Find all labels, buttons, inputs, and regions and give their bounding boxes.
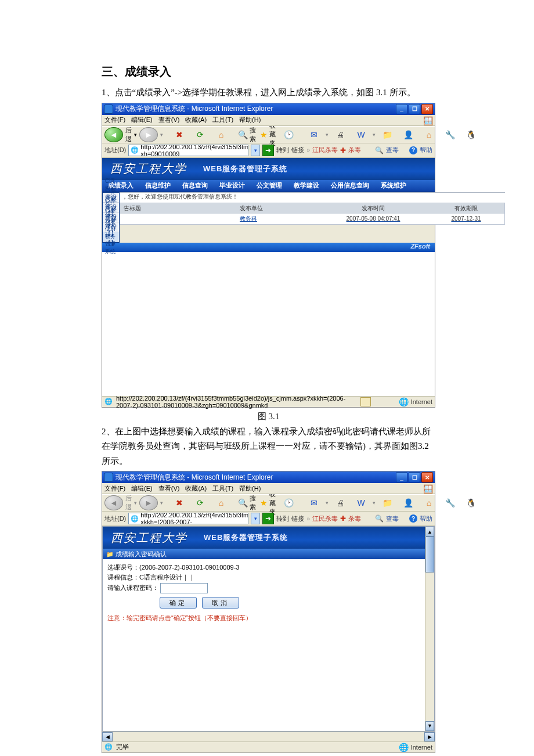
scroll-up-button[interactable]: ▲ [425, 527, 434, 537]
page-icon: 🌐 [104, 398, 113, 405]
scroll-right-button[interactable]: ▶ [424, 732, 435, 741]
tool1-button[interactable]: ⌂ [420, 496, 438, 510]
mail-dropdown-icon[interactable]: ▾ [326, 132, 329, 138]
course-password-input[interactable] [160, 583, 208, 593]
menu-tools[interactable]: 工具(T) [212, 116, 233, 124]
popup-blocker-icon[interactable] [360, 397, 371, 406]
messenger-button[interactable]: 👤 [399, 496, 417, 510]
confirm-button[interactable]: 确定 [160, 597, 197, 609]
tool2-button[interactable]: 🔧 [441, 128, 459, 142]
qq-button[interactable]: 🐧 [461, 496, 480, 510]
cancel-button[interactable]: 取消 [202, 597, 239, 609]
minimize-button[interactable]: _ [396, 104, 407, 114]
edit-dropdown-icon[interactable]: ▾ [373, 132, 376, 138]
scroll-thumb[interactable] [425, 537, 434, 573]
links-expand-icon[interactable]: » [306, 147, 310, 153]
qq-button[interactable]: 🐧 [461, 128, 480, 142]
history-button[interactable]: 🕑 [279, 128, 298, 142]
toolbar-link-kill[interactable]: 杀毒 [348, 146, 361, 154]
col-header-title: 告标题 [124, 204, 240, 213]
nav-item-graduation[interactable]: 毕业设计 [214, 181, 251, 190]
password-label: 请输入课程密码： [107, 584, 158, 591]
toolbar-link-help[interactable]: 帮助 [420, 146, 432, 154]
messenger-button[interactable]: 👤 [399, 128, 417, 142]
history-button[interactable]: 🕑 [279, 496, 298, 510]
back-button-disabled: ◄ [104, 495, 123, 510]
go-button[interactable]: ➜ [262, 513, 274, 524]
refresh-button[interactable]: ⟳ [191, 496, 210, 510]
page-icon: 🌐 [131, 516, 139, 522]
paragraph-1: 1、点击“成绩录入”->选择学期任教课程，进入网上成绩录入系统，如图 3.1 所… [102, 85, 435, 100]
stop-button[interactable]: ✖ [170, 496, 189, 510]
tool2-button[interactable]: 🔧 [441, 496, 459, 510]
folder-button[interactable]: 📁 [378, 128, 396, 142]
edit-dropdown-icon[interactable]: ▾ [373, 500, 376, 506]
menu-tools[interactable]: 工具(T) [212, 484, 233, 493]
edit-button[interactable]: W [352, 128, 370, 142]
minimize-button[interactable]: _ [396, 472, 407, 483]
toolbar-link-help[interactable]: 帮助 [420, 514, 432, 523]
menu-file[interactable]: 文件(F) [104, 116, 125, 124]
refresh-button[interactable]: ⟳ [191, 128, 210, 142]
menu-file[interactable]: 文件(F) [104, 484, 125, 493]
address-url: http://202.200.200.13/zf/(4rvi3155f3tmmb… [140, 513, 248, 524]
scroll-left-button[interactable]: ◀ [102, 732, 113, 741]
nav-item-info-maintain[interactable]: 信息维护 [139, 181, 176, 190]
menu-favorites[interactable]: 收藏(A) [185, 484, 207, 493]
mail-button[interactable]: ✉ [305, 496, 323, 510]
print-button[interactable]: 🖨 [331, 496, 349, 510]
nav-item-system[interactable]: 系统维护 [375, 181, 412, 190]
maximize-button[interactable]: ☐ [409, 104, 420, 114]
menu-view[interactable]: 查看(V) [158, 484, 180, 493]
search-button[interactable]: 🔍搜索 [237, 128, 256, 142]
status-text: 完毕 [116, 743, 129, 751]
favorites-button[interactable]: ★收藏夹 [258, 496, 277, 510]
search-button[interactable]: 🔍搜索 [237, 496, 256, 510]
forward-button[interactable]: ► [139, 127, 158, 142]
nav-item-documents[interactable]: 公文管理 [251, 181, 288, 190]
links-expand-icon[interactable]: » [306, 516, 310, 522]
menu-help[interactable]: 帮助(H) [239, 484, 261, 493]
toolbar-link-antivirus[interactable]: 江民杀毒 [312, 514, 338, 523]
menu-help[interactable]: 帮助(H) [239, 116, 261, 124]
toolbar-link-kill[interactable]: 杀毒 [348, 514, 361, 523]
toolbar-link-scan[interactable]: 查毒 [386, 146, 399, 154]
back-button[interactable]: ◄ [104, 127, 123, 142]
nav-item-public-info[interactable]: 公用信息查询 [325, 181, 375, 190]
stop-button[interactable]: ✖ [170, 128, 189, 142]
links-label: 链接 [291, 146, 304, 154]
go-button[interactable]: ➜ [262, 145, 274, 156]
back-dropdown-icon[interactable]: ▾ [134, 132, 137, 138]
toolbar-link-scan[interactable]: 查毒 [386, 514, 399, 523]
close-button[interactable]: ✕ [421, 104, 433, 114]
horizontal-scrollbar[interactable]: ◀ ▶ [102, 732, 435, 741]
maximize-button[interactable]: ☐ [409, 472, 420, 483]
close-button[interactable]: ✕ [421, 472, 433, 483]
address-input[interactable]: 🌐 http://202.200.200.13/zf/(4rvi3155f3tm… [128, 145, 248, 156]
table-row[interactable]: 教务科 2007-05-08 04:07:41 2007-12-31 [120, 214, 504, 224]
nav-item-info-query[interactable]: 信息查询 [176, 181, 214, 190]
folder-button[interactable]: 📁 [378, 496, 396, 510]
address-dropdown-icon[interactable]: ▾ [251, 513, 260, 524]
forward-dropdown-icon[interactable]: ▾ [160, 132, 163, 138]
home-button[interactable]: ⌂ [212, 128, 230, 142]
address-input[interactable]: 🌐 http://202.200.200.13/zf/(4rvi3155f3tm… [128, 513, 248, 524]
vertical-scrollbar[interactable]: ▲ ▼ [425, 527, 434, 731]
toolbar-link-antivirus[interactable]: 江民杀毒 [312, 146, 338, 154]
mail-dropdown-icon[interactable]: ▾ [326, 500, 329, 506]
scroll-down-button[interactable]: ▼ [425, 721, 434, 731]
print-button[interactable]: 🖨 [331, 128, 349, 142]
menu-favorites[interactable]: 收藏(A) [185, 116, 207, 124]
home-button[interactable]: ⌂ [212, 496, 230, 510]
edit-button[interactable]: W [352, 496, 370, 510]
address-dropdown-icon[interactable]: ▾ [251, 145, 260, 156]
warning-note: 注意：输完密码请点击“确定”按钮（不要直接回车） [107, 613, 421, 623]
favorites-button[interactable]: ★收藏夹 [258, 128, 277, 142]
menu-edit[interactable]: 编辑(E) [131, 484, 153, 493]
tool1-button[interactable]: ⌂ [420, 128, 438, 142]
menu-edit[interactable]: 编辑(E) [131, 116, 153, 124]
nav-item-teaching[interactable]: 教学建设 [288, 181, 325, 190]
menu-view[interactable]: 查看(V) [158, 116, 180, 124]
mail-button[interactable]: ✉ [305, 128, 323, 142]
zone-icon: 🌐 [399, 398, 409, 406]
